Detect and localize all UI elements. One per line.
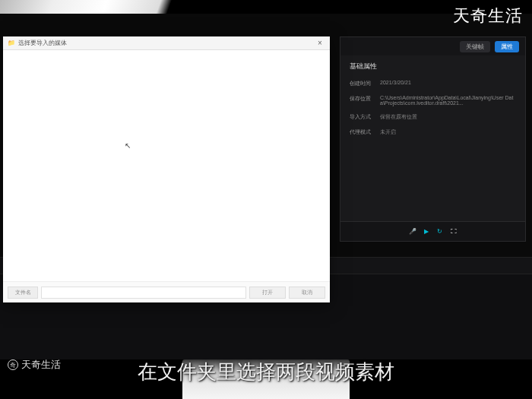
watermark-logo-icon: 奇 [8, 359, 18, 370]
panel-tabs: 关键帧 属性 [340, 37, 525, 55]
dialog-footer: 文件名 打开 取消 [3, 281, 330, 302]
fullscreen-icon[interactable]: ⛶ [450, 228, 458, 236]
folder-icon: 📁 [8, 40, 15, 46]
property-row-import: 导入方式 保留在原有位置 [340, 109, 525, 125]
subtitle-caption: 在文件夹里选择两段视频素材 [138, 359, 394, 385]
watermark-text: 天奇生活 [21, 358, 61, 372]
filename-input[interactable] [41, 287, 246, 299]
property-value: 2021/3/20/21 [380, 80, 516, 87]
properties-panel: 关键帧 属性 基础属性 创建时间 2021/3/20/21 保存位置 C:\Us… [340, 36, 526, 242]
tab-properties[interactable]: 属性 [495, 41, 519, 52]
dialog-titlebar[interactable]: 📁 选择要导入的媒体 × [3, 36, 330, 50]
property-value: 未开启 [380, 128, 516, 136]
property-row-created: 创建时间 2021/3/20/21 [340, 76, 525, 91]
property-row-proxy: 代理模式 未开启 [340, 125, 525, 140]
filename-label: 文件名 [8, 287, 38, 299]
property-row-path: 保存位置 C:\Users\Administrator\AppData\Loca… [340, 91, 525, 109]
file-open-dialog: 📁 选择要导入的媒体 × ↖ 文件名 打开 取消 [3, 36, 330, 302]
dialog-title: 选择要导入的媒体 [18, 39, 67, 47]
cursor-icon: ↖ [125, 141, 131, 150]
property-label: 代理模式 [350, 128, 380, 136]
close-button[interactable]: × [315, 38, 325, 49]
preview-controls: 🎤 ▶ ↻ ⛶ [340, 221, 525, 241]
watermark-top-right: 天奇生活 [453, 5, 523, 27]
section-title: 基础属性 [340, 55, 525, 76]
property-label: 创建时间 [350, 80, 380, 87]
loop-icon[interactable]: ↻ [436, 228, 444, 236]
property-value: 保留在原有位置 [380, 113, 516, 121]
property-value: C:\Users\Administrator\AppData\Local\Jia… [380, 95, 516, 106]
file-browser-area[interactable]: ↖ [3, 50, 330, 281]
cancel-button[interactable]: 取消 [289, 287, 325, 299]
open-button[interactable]: 打开 [249, 287, 286, 299]
watermark-bottom-left: 奇 天奇生活 [8, 358, 61, 372]
video-editor-window: 📁 选择要导入的媒体 × ↖ 文件名 打开 取消 关键帧 属性 基础属性 创建时… [0, 14, 532, 359]
property-label: 导入方式 [350, 113, 380, 121]
property-label: 保存位置 [350, 95, 380, 106]
play-icon[interactable]: ▶ [423, 228, 430, 236]
mic-icon[interactable]: 🎤 [409, 228, 416, 236]
screen-top-bezel [0, 0, 532, 14]
tab-keyframe[interactable]: 关键帧 [460, 41, 490, 52]
